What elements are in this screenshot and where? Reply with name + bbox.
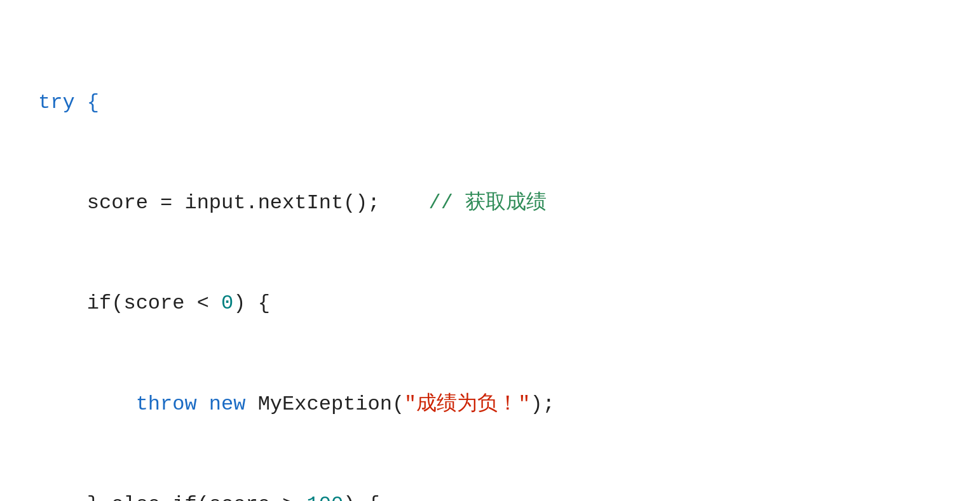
code-container: try { score = input.nextInt(); // 获取成绩 i… bbox=[0, 0, 980, 501]
line-else-if: } else if(score > 100) { bbox=[38, 488, 657, 501]
line-if-neg: if(score < 0) { bbox=[38, 287, 657, 321]
line-try: try { bbox=[38, 86, 657, 120]
code-block: try { score = input.nextInt(); // 获取成绩 i… bbox=[38, 19, 657, 501]
line-throw-neg: throw new MyException("成绩为负！"); bbox=[38, 388, 657, 422]
line-score: score = input.nextInt(); // 获取成绩 bbox=[38, 187, 657, 220]
